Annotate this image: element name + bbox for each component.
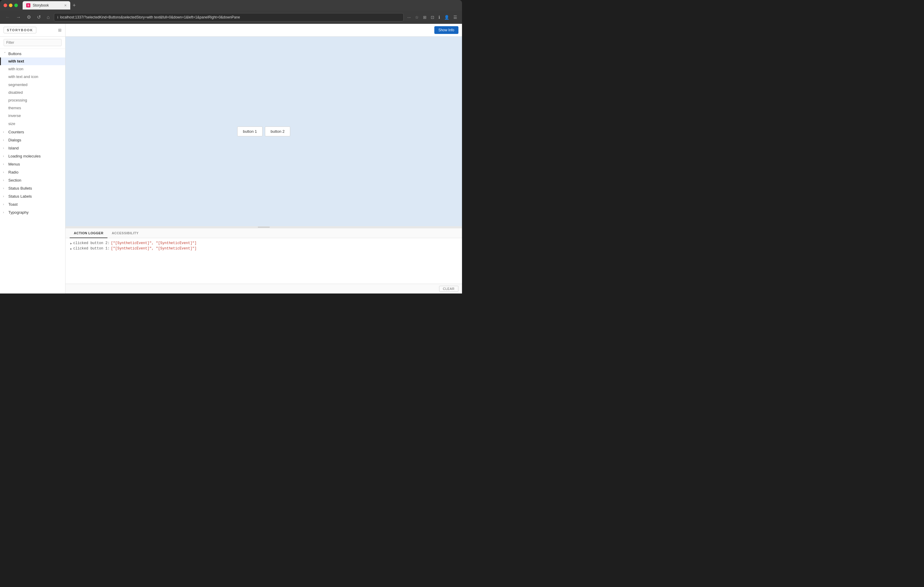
nav-group: ›Loading molecules — [0, 152, 65, 160]
chevron-icon: › — [3, 186, 7, 190]
nav-group: ›Typography — [0, 209, 65, 216]
nav-item-segmented[interactable]: segmented — [0, 81, 65, 89]
maximize-window-button[interactable] — [14, 3, 18, 7]
nav-group-label: Typography — [8, 210, 28, 214]
nav-group-header-loading-molecules[interactable]: ›Loading molecules — [0, 152, 65, 160]
nav-group-header-menus[interactable]: ›Menus — [0, 160, 65, 168]
home-button[interactable]: ⌂ — [45, 14, 51, 21]
nav-item-processing[interactable]: processing — [0, 96, 65, 104]
panel-tab-action-logger[interactable]: ACTION LOGGER — [70, 228, 107, 238]
sidebar: STORYBOOK ⊞ ›Buttonswith textwith iconwi… — [0, 24, 66, 294]
address-bar[interactable]: ℹ — [54, 13, 404, 21]
panel-tab-accessibility[interactable]: ACCESSIBILITY — [107, 228, 143, 238]
nav-group-label: Dialogs — [8, 138, 21, 142]
nav-group-label: Status Labels — [8, 194, 32, 199]
nav-group: ›Status Labels — [0, 193, 65, 200]
nav-group-header-status-labels[interactable]: ›Status Labels — [0, 193, 65, 200]
nav-item-with-icon[interactable]: with icon — [0, 65, 65, 73]
main-content: STORYBOOK ⊞ ›Buttonswith textwith iconwi… — [0, 24, 462, 294]
sidebar-nav: ›Buttonswith textwith iconwith text and … — [0, 49, 65, 294]
tab-close-button[interactable]: × — [64, 3, 67, 7]
nav-group-label: Counters — [8, 130, 24, 134]
nav-group: ›Counters — [0, 128, 65, 136]
action-logger-panel: ACTION LOGGERACCESSIBILITY ▶clicked butt… — [66, 228, 462, 294]
log-entry: ▶clicked button 2: ["[SyntheticEvent]", … — [70, 241, 457, 245]
log-value: ["[SyntheticEvent]", "[SyntheticEvent]"] — [111, 246, 196, 251]
nav-group: ›Dialogs — [0, 136, 65, 144]
nav-group-label: Buttons — [8, 51, 21, 56]
nav-group-header-radio[interactable]: ›Radio — [0, 168, 65, 176]
log-arrow-icon: ▶ — [70, 247, 72, 251]
chevron-icon: › — [3, 139, 7, 142]
back-button[interactable]: ← — [3, 14, 12, 21]
sidebar-menu-icon[interactable]: ⊞ — [58, 28, 62, 33]
tab-favicon: S — [26, 3, 30, 7]
traffic-lights — [3, 3, 18, 7]
minimize-window-button[interactable] — [9, 3, 13, 7]
preview-buttons-container: button 1button 2 — [237, 127, 290, 136]
show-info-button[interactable]: Show Info — [434, 26, 459, 34]
tab-title: Storybook — [33, 3, 62, 7]
more-button[interactable]: ··· — [406, 14, 412, 21]
storybook-logo: STORYBOOK — [3, 27, 36, 33]
title-bar: S Storybook × + — [0, 0, 462, 11]
nav-group-header-typography[interactable]: ›Typography — [0, 209, 65, 216]
nav-group-header-section[interactable]: ›Section — [0, 176, 65, 184]
chevron-icon: › — [3, 130, 7, 134]
preview-button-button-2[interactable]: button 2 — [265, 127, 290, 136]
tab-bar: S Storybook × + — [23, 1, 459, 10]
extensions-icon[interactable]: 👤 — [443, 14, 450, 21]
nav-group-header-toast[interactable]: ›Toast — [0, 201, 65, 208]
nav-group: ›Radio — [0, 168, 65, 176]
nav-group-header-dialogs[interactable]: ›Dialogs — [0, 136, 65, 144]
nav-group-header-buttons[interactable]: ›Buttons — [0, 50, 65, 58]
nav-group-header-counters[interactable]: ›Counters — [0, 128, 65, 136]
nav-group-label: Toast — [8, 202, 18, 206]
panel-tabs: ACTION LOGGERACCESSIBILITY — [66, 228, 462, 238]
info-icon[interactable]: ℹ — [437, 14, 441, 21]
nav-item-with-text-and-icon[interactable]: with text and icon — [0, 73, 65, 81]
preview-area: button 1button 2 — [66, 36, 462, 226]
sidebar-button[interactable]: ⊡ — [429, 14, 436, 21]
nav-group-items: with textwith iconwith text and iconsegm… — [0, 58, 65, 128]
panel-content: ▶clicked button 2: ["[SyntheticEvent]", … — [66, 238, 462, 284]
tools-button[interactable]: ⚙ — [25, 14, 33, 21]
reading-list-icon[interactable]: ⊞ — [422, 14, 428, 21]
chevron-icon: › — [3, 211, 7, 214]
bookmark-button[interactable]: ☆ — [414, 14, 420, 21]
nav-group: ›Island — [0, 144, 65, 152]
nav-item-size[interactable]: size — [0, 120, 65, 128]
security-icon: ℹ — [57, 15, 58, 19]
content-panel: Show Info button 1button 2 ACTION LOGGER… — [66, 24, 462, 294]
nav-group-label: Island — [8, 146, 19, 150]
nav-item-with-text[interactable]: with text — [0, 58, 65, 65]
nav-item-themes[interactable]: themes — [0, 104, 65, 112]
nav-group-header-island[interactable]: ›Island — [0, 144, 65, 152]
menu-button[interactable]: ☰ — [452, 14, 459, 21]
nav-item-inverse[interactable]: inverse — [0, 112, 65, 120]
filter-input[interactable] — [3, 39, 62, 46]
nav-group: ›Toast — [0, 201, 65, 208]
url-input[interactable] — [60, 15, 401, 19]
chevron-icon: › — [3, 147, 7, 150]
browser-tab[interactable]: S Storybook × — [23, 1, 70, 10]
nav-group: ›Buttonswith textwith iconwith text and … — [0, 50, 65, 128]
new-tab-button[interactable]: + — [71, 2, 77, 8]
nav-group: ›Menus — [0, 160, 65, 168]
chevron-icon: › — [3, 163, 7, 166]
close-window-button[interactable] — [3, 3, 7, 7]
preview-button-button-1[interactable]: button 1 — [237, 127, 262, 136]
log-value: ["[SyntheticEvent]", "[SyntheticEvent]"] — [111, 241, 196, 245]
nav-item-disabled[interactable]: disabled — [0, 89, 65, 96]
panel-footer: CLEAR — [66, 284, 462, 294]
clear-button[interactable]: CLEAR — [439, 286, 459, 292]
nav-group-header-status-bullets[interactable]: ›Status Bullets — [0, 185, 65, 192]
forward-button[interactable]: → — [14, 14, 23, 21]
browser-window: S Storybook × + ← → ⚙ ↺ ⌂ ℹ ··· ☆ ⊞ ⊡ ℹ … — [0, 0, 462, 294]
sidebar-filter — [0, 36, 65, 49]
log-arrow-icon: ▶ — [70, 242, 72, 245]
refresh-button[interactable]: ↺ — [35, 14, 43, 21]
chevron-icon: › — [3, 52, 7, 56]
show-info-bar: Show Info — [66, 24, 462, 36]
nav-group-label: Section — [8, 178, 21, 183]
